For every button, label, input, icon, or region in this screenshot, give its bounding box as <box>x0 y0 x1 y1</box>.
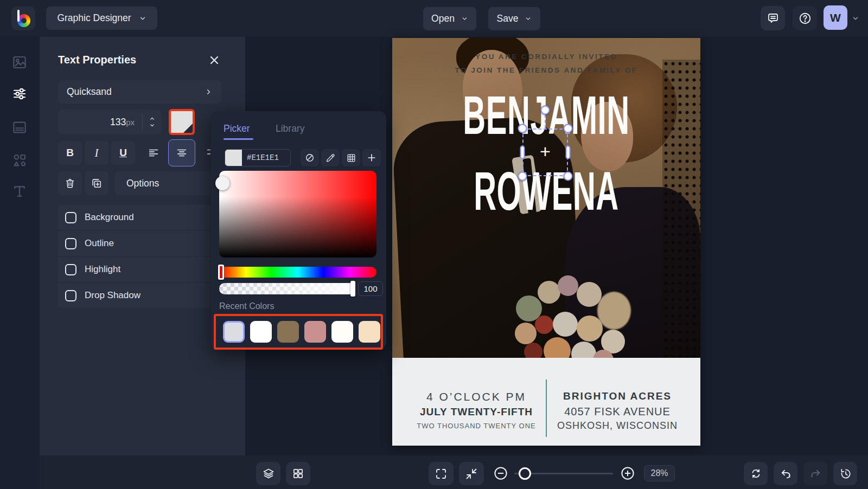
opacity-value-box[interactable]: 100 <box>358 281 383 296</box>
recent-color-swatch[interactable] <box>331 321 353 343</box>
undo-button[interactable] <box>774 462 797 485</box>
close-panel-icon[interactable] <box>208 54 221 67</box>
bold-button[interactable]: B <box>58 141 82 165</box>
toggle-background[interactable]: Background <box>58 205 221 230</box>
hue-handle[interactable] <box>218 265 224 280</box>
text-layer-city[interactable]: OSHKOSH, WISCONSIN <box>552 420 682 432</box>
eyedropper-icon <box>326 153 336 163</box>
saturation-field[interactable] <box>219 171 376 258</box>
font-family-selector[interactable]: Quicksand <box>58 80 221 104</box>
open-button[interactable]: Open <box>423 7 476 30</box>
design-canvas[interactable]: YOU ARE CORDIALLY INVITED TO JOIN THE FR… <box>392 38 700 446</box>
selection-box[interactable] <box>522 128 568 176</box>
recent-color-swatch[interactable] <box>359 321 380 343</box>
panel-title: Text Properties <box>58 54 136 66</box>
zoom-level-box[interactable]: 28% <box>644 465 675 481</box>
account-chevron-icon[interactable] <box>852 15 859 22</box>
align-left-button[interactable] <box>142 141 165 165</box>
duplicate-layer-button[interactable] <box>85 171 108 195</box>
app-mode-menu[interactable]: Graphic Designer <box>46 7 157 30</box>
avatar[interactable]: W <box>824 5 847 30</box>
resize-handle-right[interactable] <box>566 146 571 159</box>
sidebar-item-shapes[interactable] <box>11 152 28 169</box>
hue-slider[interactable] <box>219 267 376 278</box>
pages-button[interactable] <box>286 462 310 485</box>
layers-button[interactable] <box>256 462 280 485</box>
font-family-value: Quicksand <box>67 86 112 98</box>
resize-handle-bottom-right[interactable] <box>564 172 573 181</box>
text-layer-date[interactable]: JULY TWENTY-FIFTH <box>411 406 541 418</box>
recent-color-swatch-selected[interactable] <box>223 321 245 343</box>
save-button[interactable]: Save <box>488 7 540 30</box>
resize-handle-top-right[interactable] <box>564 124 573 133</box>
sidebar-item-adjustments-active[interactable] <box>11 86 28 102</box>
duplicate-icon <box>91 177 103 189</box>
text-layer-invite-2[interactable]: TO JOIN THE FRIENDS AND FAMILY OF <box>392 66 700 74</box>
add-color-button[interactable] <box>362 149 381 166</box>
zoom-out-icon[interactable] <box>493 465 509 481</box>
color-grid-button[interactable] <box>342 149 360 166</box>
sidebar-item-image[interactable] <box>11 54 28 70</box>
sidebar-item-text[interactable] <box>11 183 28 200</box>
align-left-icon <box>148 147 159 159</box>
no-color-button[interactable] <box>301 149 319 166</box>
fullscreen-button[interactable] <box>429 462 454 485</box>
size-decrease-icon[interactable] <box>148 122 156 129</box>
drop-shadow-label: Drop Shadow <box>85 290 141 301</box>
hex-value[interactable]: #E1E1E1 <box>247 153 279 162</box>
text-layer-invite-1[interactable]: YOU ARE CORDIALLY INVITED <box>392 53 700 61</box>
resize-handle-top-left[interactable] <box>518 124 527 133</box>
recent-color-swatch[interactable] <box>304 321 326 343</box>
font-size-input[interactable]: 133px <box>58 110 161 134</box>
text-layer-year[interactable]: TWO THOUSAND TWENTY ONE <box>411 422 541 430</box>
history-button[interactable] <box>833 462 857 485</box>
text-layer-address[interactable]: 4057 FISK AVENUE <box>552 406 682 418</box>
zoom-in-icon[interactable] <box>620 465 636 481</box>
text-layer-time[interactable]: 4 O’CLOCK PM <box>411 390 541 403</box>
text-color-swatch-annotated[interactable] <box>169 109 195 135</box>
toggle-drop-shadow[interactable]: Drop Shadow <box>58 283 221 308</box>
recent-color-swatch[interactable] <box>250 321 272 343</box>
help-button[interactable] <box>793 6 817 30</box>
zoom-slider-handle[interactable] <box>519 467 531 480</box>
italic-glyph: I <box>95 146 99 160</box>
zoom-level-value: 28% <box>650 468 668 478</box>
align-center-icon <box>176 147 188 159</box>
underline-glyph: U <box>119 147 127 159</box>
saturation-handle[interactable] <box>215 176 229 190</box>
opacity-handle[interactable] <box>350 281 355 297</box>
app-logo[interactable] <box>11 7 35 30</box>
recent-color-swatch[interactable] <box>277 321 299 343</box>
options-button[interactable]: Options <box>114 171 221 195</box>
reset-button[interactable] <box>744 462 768 485</box>
resize-handle-bottom-left[interactable] <box>518 172 527 181</box>
italic-button[interactable]: I <box>85 141 108 165</box>
rotation-stem <box>545 114 546 128</box>
resize-handle-left[interactable] <box>520 146 525 159</box>
eyedropper-button[interactable] <box>321 149 340 166</box>
highlight-checkbox[interactable] <box>65 264 76 275</box>
delete-layer-button[interactable] <box>58 171 82 195</box>
undo-icon <box>780 467 792 480</box>
drop-shadow-checkbox[interactable] <box>65 290 76 301</box>
question-mark-icon <box>798 11 812 25</box>
toggle-outline[interactable]: Outline <box>58 231 221 256</box>
text-layer-venue[interactable]: BRIGHTON ACRES <box>552 390 682 402</box>
background-checkbox[interactable] <box>65 212 76 223</box>
outline-checkbox[interactable] <box>65 238 76 249</box>
redo-button-disabled[interactable] <box>803 462 827 485</box>
align-center-button-selected[interactable] <box>168 139 195 166</box>
font-size-value: 133 <box>110 117 126 127</box>
opacity-slider[interactable] <box>219 283 355 294</box>
toggle-highlight[interactable]: Highlight <box>58 257 221 282</box>
size-increase-icon[interactable] <box>148 115 156 122</box>
underline-button[interactable]: U <box>111 141 135 165</box>
rotate-handle[interactable] <box>541 106 550 115</box>
hex-input-group[interactable]: #E1E1E1 <box>225 149 291 166</box>
feedback-button[interactable] <box>761 6 785 30</box>
sidebar-item-templates[interactable] <box>11 119 28 136</box>
tab-library[interactable]: Library <box>276 123 305 134</box>
tab-picker-active[interactable]: Picker <box>224 123 253 140</box>
fit-to-screen-button[interactable] <box>459 462 484 485</box>
app-window: Graphic Designer Open Save W Text Proper… <box>0 0 868 489</box>
